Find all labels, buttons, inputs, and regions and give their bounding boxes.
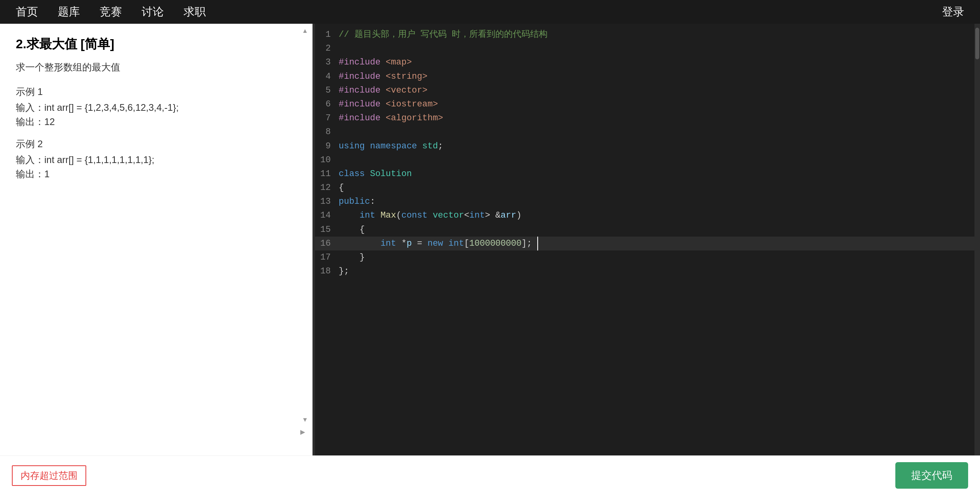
scroll-right-arrow[interactable]: ▶: [299, 428, 307, 436]
line-num-5: 5: [315, 83, 339, 97]
code-line-12: 12 {: [315, 181, 980, 195]
line-content-15: {: [339, 223, 365, 237]
line-num-16: 16: [315, 237, 339, 250]
nav-contest[interactable]: 竞赛: [100, 4, 122, 19]
line-num-14: 14: [315, 209, 339, 222]
code-editor[interactable]: 1 // 题目头部，用户 写代码 时，所看到的的代码结构 2 3 #includ…: [315, 24, 980, 455]
line-num-2: 2: [315, 42, 339, 55]
nav-discuss[interactable]: 讨论: [142, 4, 164, 19]
code-line-18: 18 };: [315, 264, 980, 278]
line-num-9: 9: [315, 139, 339, 153]
line-num-12: 12: [315, 181, 339, 195]
line-content-16: int *p = new int[1000000000];: [339, 237, 538, 250]
example-1-label: 示例 1: [16, 85, 296, 98]
line-num-15: 15: [315, 223, 339, 237]
code-line-17: 17 }: [315, 250, 980, 264]
line-content-9: using namespace std;: [339, 139, 443, 153]
main-area: 2.求最大值 [简单] 求一个整形数组的最大值 示例 1 输入：int arr[…: [0, 24, 980, 455]
line-num-10: 10: [315, 153, 339, 167]
line-num-6: 6: [315, 97, 339, 111]
line-content-5: #include <vector>: [339, 83, 427, 97]
line-num-18: 18: [315, 264, 339, 278]
line-content-12: {: [339, 181, 344, 195]
code-line-1: 1 // 题目头部，用户 写代码 时，所看到的的代码结构: [315, 28, 980, 42]
example-1-input: 输入：int arr[] = {1,2,3,4,5,6,12,3,4,-1};: [16, 101, 296, 114]
line-num-17: 17: [315, 250, 339, 264]
line-num-7: 7: [315, 111, 339, 125]
bottom-bar: 内存超过范围 提交代码: [0, 455, 980, 495]
nav-problems[interactable]: 题库: [58, 4, 80, 19]
example-2-input: 输入：int arr[] = {1,1,1,1,1,1,1,1};: [16, 154, 296, 166]
code-line-8: 8: [315, 125, 980, 139]
problem-panel: 2.求最大值 [简单] 求一个整形数组的最大值 示例 1 输入：int arr[…: [0, 24, 313, 455]
line-num-8: 8: [315, 125, 339, 139]
navbar: 首页 题库 竞赛 讨论 求职 登录: [0, 0, 980, 24]
code-scrollbar[interactable]: [974, 24, 980, 455]
submit-button[interactable]: 提交代码: [895, 462, 968, 489]
line-content-17: }: [339, 250, 365, 264]
code-line-9: 9 using namespace std;: [315, 139, 980, 153]
example-1: 示例 1 输入：int arr[] = {1,2,3,4,5,6,12,3,4,…: [16, 85, 296, 128]
code-line-6: 6 #include <iostream>: [315, 97, 980, 111]
line-num-4: 4: [315, 70, 339, 83]
nav-home[interactable]: 首页: [16, 4, 38, 19]
code-line-11: 11 class Solution: [315, 167, 980, 181]
line-content-7: #include <algorithm>: [339, 111, 443, 125]
scrollbar-thumb[interactable]: [975, 28, 979, 59]
line-content-4: #include <string>: [339, 70, 427, 83]
code-line-13: 13 public:: [315, 195, 980, 209]
code-line-16: 16 int *p = new int[1000000000];: [315, 237, 980, 250]
nav-jobs[interactable]: 求职: [184, 4, 206, 19]
login-button[interactable]: 登录: [942, 4, 964, 19]
line-content-18: };: [339, 264, 349, 278]
example-2: 示例 2 输入：int arr[] = {1,1,1,1,1,1,1,1}; 输…: [16, 138, 296, 180]
line-content-14: int Max(const vector<int> &arr): [339, 209, 521, 222]
example-2-output: 输出：1: [16, 168, 296, 180]
line-content-11: class Solution: [339, 167, 412, 181]
problem-title: 2.求最大值 [简单]: [16, 36, 296, 53]
scroll-up-arrow[interactable]: ▲: [301, 27, 309, 35]
code-line-3: 3 #include <map>: [315, 55, 980, 69]
line-content-3: #include <map>: [339, 55, 412, 69]
nav-links: 首页 题库 竞赛 讨论 求职: [16, 4, 942, 19]
code-line-7: 7 #include <algorithm>: [315, 111, 980, 125]
code-panel[interactable]: 1 // 题目头部，用户 写代码 时，所看到的的代码结构 2 3 #includ…: [315, 24, 980, 455]
line-content-13: public:: [339, 195, 375, 209]
code-line-15: 15 {: [315, 223, 980, 237]
line-num-1: 1: [315, 28, 339, 42]
code-line-4: 4 #include <string>: [315, 70, 980, 83]
line-content-6: #include <iostream>: [339, 97, 438, 111]
problem-description: 求一个整形数组的最大值: [16, 61, 296, 74]
scroll-down-arrow[interactable]: ▼: [301, 416, 309, 424]
line-num-11: 11: [315, 167, 339, 181]
code-line-10: 10: [315, 153, 980, 167]
line-num-3: 3: [315, 55, 339, 69]
example-1-output: 输出：12: [16, 116, 296, 128]
line-num-13: 13: [315, 195, 339, 209]
code-line-14: 14 int Max(const vector<int> &arr): [315, 209, 980, 222]
example-2-label: 示例 2: [16, 138, 296, 150]
code-line-2: 2: [315, 42, 980, 55]
error-badge: 内存超过范围: [12, 465, 86, 486]
code-line-5: 5 #include <vector>: [315, 83, 980, 97]
line-content-1: // 题目头部，用户 写代码 时，所看到的的代码结构: [339, 28, 548, 42]
